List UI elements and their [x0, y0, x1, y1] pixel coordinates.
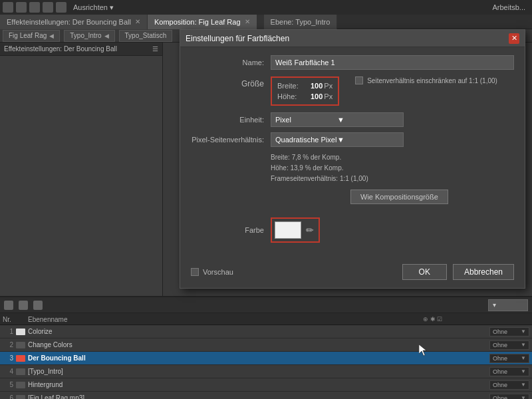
hoehe-label: Höhe: [277, 92, 311, 100]
tab-close-komposition[interactable]: ✕ [245, 18, 250, 25]
constraint-label: Seitenverhältnis einschränken auf 1:1 (1… [367, 77, 497, 84]
size-section-label: Größe [191, 76, 271, 88]
constraint-checkbox[interactable] [355, 76, 363, 84]
breite-label: Breite: [277, 82, 311, 90]
menu-icon-1[interactable] [3, 2, 13, 13]
panel-menu-icon[interactable]: ☰ [152, 45, 158, 53]
menu-icon-5[interactable] [56, 2, 66, 13]
layer-strip-header: ▾ [0, 297, 532, 313]
layer-name-3: Der Bouncing Ball [28, 354, 489, 362]
layer-icon-5 [16, 382, 25, 388]
cancel-button[interactable]: Abbrechen [453, 264, 514, 280]
subtab2-arrow: ◀ [104, 33, 109, 39]
pixel-ratio-arrow: ▼ [337, 136, 399, 144]
workspace-label: Arbeitsb... [488, 3, 529, 11]
layer-num-5: 5 [3, 381, 13, 388]
pixel-ratio-select[interactable]: Quadratische Pixel ▼ [271, 132, 404, 147]
layer-name-6: [Fig Leaf Rag.mp3] [28, 394, 489, 399]
dialog-footer: Vorschau OK Abbrechen [180, 260, 525, 288]
layer-icon-4 [16, 368, 25, 375]
farbe-label: Farbe [191, 226, 271, 234]
layer-settings-icon[interactable] [33, 301, 43, 310]
dialog-titlebar: Einstellungen für Farbflächen ✕ [180, 30, 525, 47]
menu-text-ausrichten[interactable]: Ausrichten ▾ [69, 3, 118, 12]
name-input[interactable] [271, 55, 514, 70]
stats-area: Breite: 7,8 % der Komp. Höhe: 13,9 % der… [271, 152, 514, 184]
size-input-box: Breite: 100 Px Höhe: 100 Px [271, 76, 339, 106]
layer-dropdown-6[interactable]: Ohne▼ [489, 394, 529, 400]
layer-row-3[interactable]: 3 Der Bouncing Ball Ohne▼ [0, 352, 532, 365]
layer-dropdown-2[interactable]: Ohne▼ [489, 340, 529, 350]
einheit-arrow: ▼ [337, 116, 399, 124]
layer-icon-6 [16, 395, 25, 400]
layer-controls-4: Ohne▼ [489, 367, 529, 376]
layer-num-4: 4 [3, 368, 13, 375]
pixel-ratio-row: Pixel-Seitenverhältnis: Quadratische Pix… [191, 132, 514, 147]
hoehe-unit: Px [324, 92, 332, 100]
layer-controls-2: Ohne▼ [489, 340, 529, 350]
ok-button[interactable]: OK [402, 264, 447, 280]
dialog-body: Name: Größe Breite: 100 Px Höhe: 10 [180, 47, 525, 260]
einheit-select[interactable]: Pixel ▼ [271, 112, 404, 127]
layer-row-2[interactable]: 2 Change Colors Ohne▼ [0, 338, 532, 352]
hoehe-value[interactable]: 100 [311, 92, 323, 100]
menu-icon-4[interactable] [43, 2, 53, 13]
layer-num-6: 6 [3, 394, 13, 399]
layer-row-1[interactable]: 1 Colorize Ohne▼ [0, 325, 532, 338]
eyedropper-icon[interactable]: ✏ [304, 224, 316, 236]
komposition-btn[interactable]: Wie Kompositionsgröße [350, 190, 448, 204]
stat1: Breite: 7,8 % der Komp. [271, 152, 514, 163]
layer-table-header: Nr. Ebenenname ⊕ ✱ ☑ [0, 313, 532, 325]
col-header-name: Ebenenname [28, 315, 423, 323]
preview-checkbox[interactable] [191, 268, 199, 276]
color-swatch[interactable] [275, 221, 301, 239]
layer-dropdown-3[interactable]: Ohne▼ [489, 354, 529, 363]
preview-label: Vorschau [203, 268, 233, 276]
col-header-icons: ⊕ ✱ ☑ [423, 316, 442, 323]
layer-delete-icon[interactable] [19, 301, 28, 310]
color-settings-dialog: Einstellungen für Farbflächen ✕ Name: Gr… [180, 29, 525, 289]
layer-name-1: Colorize [28, 328, 489, 335]
layer-name-5: Hintergrund [28, 381, 489, 388]
farbe-section: Farbe ✏ [191, 217, 514, 243]
menu-icon-2[interactable] [16, 2, 27, 13]
pixel-ratio-label: Pixel-Seitenverhältnis: [191, 136, 271, 144]
layer-dropdown[interactable]: ▾ [488, 299, 528, 311]
constraint-row: Seitenverhältnis einschränken auf 1:1 (1… [355, 76, 497, 84]
dialog-title: Einstellungen für Farbflächen [186, 34, 289, 43]
komposition-btn-wrap: Wie Kompositionsgröße [271, 190, 514, 211]
layer-icon-1 [16, 329, 25, 335]
layer-row-4[interactable]: 4 [Typo_Intro] Ohne▼ [0, 365, 532, 378]
layer-num-1: 1 [3, 328, 13, 335]
layer-dropdown-1[interactable]: Ohne▼ [489, 327, 529, 336]
hoehe-row: Höhe: 100 Px [277, 92, 332, 100]
layer-add-icon[interactable] [4, 301, 13, 310]
preview-row: Vorschau [191, 268, 233, 276]
subtab-typostatisch[interactable]: Typo_Statisch [119, 30, 173, 42]
tab-komposition[interactable]: Komposition: Fig Leaf Rag ✕ [148, 15, 257, 29]
layer-icon-3 [16, 355, 25, 362]
tab-effekteinstellungen[interactable]: Effekteinstellungen: Der Bouncing Ball ✕ [0, 15, 148, 29]
layer-name-2: Change Colors [28, 341, 489, 348]
subtab-figleafrag[interactable]: Fig Leaf Rag ◀ [3, 30, 60, 42]
einheit-row: Einheit: Pixel ▼ [191, 112, 514, 127]
breite-value[interactable]: 100 [311, 82, 323, 90]
layer-controls-5: Ohne▼ [489, 380, 529, 390]
dialog-buttons: OK Abbrechen [402, 264, 514, 280]
stat2: Höhe: 13,9 % der Komp. [271, 163, 514, 174]
layer-row-6[interactable]: 6 [Fig Leaf Rag.mp3] Ohne▼ [0, 392, 532, 399]
layer-controls-3: Ohne▼ [489, 354, 529, 363]
color-box-wrap: ✏ [271, 217, 320, 243]
layer-num-2: 2 [3, 341, 13, 348]
tab-close-icon[interactable]: ✕ [135, 18, 140, 25]
subtab-typointro[interactable]: Typo_Intro ◀ [64, 30, 114, 42]
layer-dropdown-4[interactable]: Ohne▼ [489, 367, 529, 376]
layer-row-5[interactable]: 5 Hintergrund Ohne▼ [0, 378, 532, 392]
layer-strip: ▾ Nr. Ebenenname ⊕ ✱ ☑ 1 Colorize Ohne▼ … [0, 296, 532, 399]
stat3: Frameseitenverhältnis: 1:1 (1,00) [271, 174, 514, 184]
menu-icon-3[interactable] [29, 2, 40, 13]
layer-dropdown-5[interactable]: Ohne▼ [489, 380, 529, 390]
tab-ebene[interactable]: Ebene: Typo_Intro [264, 15, 338, 29]
einheit-label: Einheit: [191, 116, 271, 124]
dialog-close-button[interactable]: ✕ [509, 33, 519, 44]
